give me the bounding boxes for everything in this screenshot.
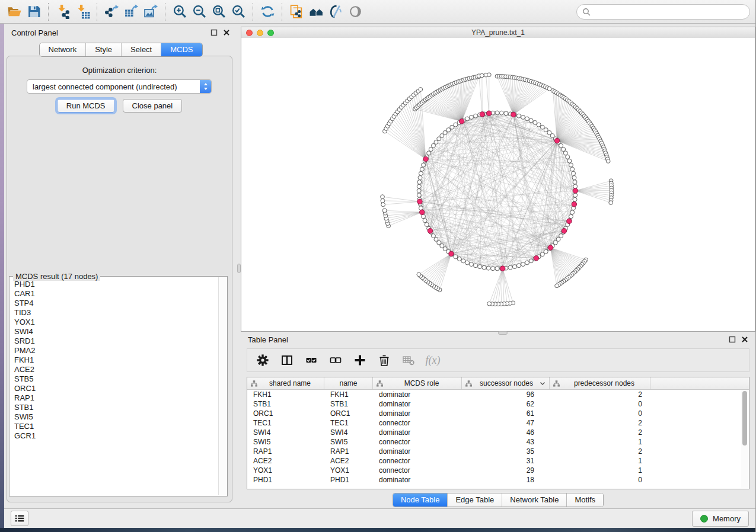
add-column-button[interactable] [352, 352, 368, 368]
table-tab-node-table[interactable]: Node Table [393, 493, 448, 507]
table-row[interactable]: YOX1YOX1connector291 [247, 466, 749, 475]
cell-successor-nodes[interactable]: 46 [462, 428, 550, 437]
open-file-button[interactable] [5, 2, 24, 22]
cell-MCDS-role[interactable]: connector [373, 466, 462, 475]
cell-shared-name[interactable]: STB1 [247, 400, 324, 408]
mcds-result-item[interactable]: TEC1 [10, 422, 218, 431]
run-mcds-button[interactable]: Run MCDS [57, 99, 115, 113]
mcds-result-item[interactable]: SRD1 [10, 336, 218, 346]
zoom-in-button[interactable] [170, 2, 190, 22]
cell-predecessor-nodes[interactable]: 2 [550, 390, 650, 399]
table-tab-edge-table[interactable]: Edge Table [447, 493, 502, 507]
cell-predecessor-nodes[interactable]: 1 [550, 438, 650, 446]
mcds-result-item[interactable]: FKH1 [10, 355, 218, 365]
float-panel-icon[interactable] [210, 29, 218, 36]
mcds-result-item[interactable]: ACE2 [10, 365, 218, 374]
table-row[interactable]: ORC1ORC1dominator610 [247, 409, 749, 418]
cell-MCDS-role[interactable]: dominator [373, 447, 462, 456]
mcds-result-item[interactable]: GCR1 [10, 431, 218, 441]
tab-select[interactable]: Select [121, 43, 161, 56]
select-all-button[interactable] [304, 352, 319, 368]
cell-shared-name[interactable]: SWI5 [247, 438, 324, 446]
splitter-handle[interactable] [498, 331, 508, 335]
cell-shared-name[interactable]: TEC1 [247, 419, 324, 427]
table-scrollbar[interactable] [741, 390, 748, 488]
show-details-button[interactable] [346, 2, 365, 22]
cell-predecessor-nodes[interactable]: 2 [550, 428, 650, 437]
cell-name[interactable]: PHD1 [324, 476, 373, 484]
cell-MCDS-role[interactable]: dominator [373, 428, 462, 437]
cell-predecessor-nodes[interactable]: 1 [550, 457, 650, 465]
tab-style[interactable]: Style [85, 43, 121, 56]
split-view-button[interactable] [279, 352, 295, 368]
column-header-successor-nodes[interactable]: successor nodes [462, 377, 550, 389]
import-table-button[interactable] [73, 2, 92, 22]
cell-successor-nodes[interactable]: 18 [462, 476, 550, 484]
mcds-result-item[interactable]: RAP1 [10, 393, 218, 403]
cell-predecessor-nodes[interactable]: 2 [550, 419, 650, 427]
cell-successor-nodes[interactable]: 35 [462, 447, 550, 456]
cell-successor-nodes[interactable]: 29 [462, 466, 550, 475]
cell-successor-nodes[interactable]: 61 [462, 409, 550, 418]
mcds-result-item[interactable]: STB5 [10, 374, 218, 384]
mcds-result-item[interactable]: PHD1 [10, 280, 218, 289]
cell-MCDS-role[interactable]: connector [373, 457, 462, 465]
mcds-result-item[interactable]: STP4 [10, 299, 218, 308]
tab-mcds[interactable]: MCDS [161, 43, 202, 56]
network-window-titlebar[interactable]: YPA_prune.txt_1 [241, 27, 755, 39]
save-session-button[interactable] [24, 2, 44, 22]
cell-successor-nodes[interactable]: 43 [462, 438, 550, 446]
column-header-name[interactable]: name [324, 377, 373, 389]
zoom-fit-button[interactable] [209, 2, 229, 22]
table-row[interactable]: SWI4SWI4dominator462 [247, 428, 749, 437]
mcds-list-scrollbar[interactable] [218, 277, 227, 495]
cell-successor-nodes[interactable]: 31 [462, 457, 550, 465]
cell-shared-name[interactable]: PHD1 [247, 476, 324, 484]
cell-shared-name[interactable]: ORC1 [247, 409, 324, 418]
cell-name[interactable]: TEC1 [324, 419, 373, 427]
cell-predecessor-nodes[interactable]: 0 [550, 476, 650, 484]
table-row[interactable]: RAP1RAP1dominator352 [247, 447, 749, 456]
cell-successor-nodes[interactable]: 96 [462, 390, 550, 399]
table-tab-network-table[interactable]: Network Table [502, 493, 566, 507]
table-row[interactable]: PHD1PHD1dominator180 [247, 475, 749, 485]
deselect-all-button[interactable] [328, 352, 343, 368]
column-header-shared-name[interactable]: shared name [247, 377, 324, 389]
home-button[interactable] [307, 2, 326, 22]
cell-MCDS-role[interactable]: dominator [373, 400, 462, 408]
zoom-selected-button[interactable] [229, 2, 248, 22]
cell-shared-name[interactable]: FKH1 [247, 390, 324, 399]
table-row[interactable]: SWI5SWI5connector431 [247, 437, 749, 447]
cell-MCDS-role[interactable]: connector [373, 419, 462, 427]
export-image-button[interactable] [141, 2, 161, 22]
cell-predecessor-nodes[interactable]: 2 [550, 447, 650, 456]
cell-MCDS-role[interactable]: dominator [373, 476, 462, 484]
optimization-criterion-select[interactable]: largest connected component (undirected) [27, 79, 212, 94]
float-panel-icon[interactable] [729, 336, 736, 343]
cell-name[interactable]: SWI5 [324, 438, 373, 446]
cell-predecessor-nodes[interactable]: 0 [550, 409, 650, 418]
mcds-result-item[interactable]: TID3 [10, 308, 218, 318]
column-header-MCDS-role[interactable]: MCDS role [373, 377, 462, 389]
mcds-result-item[interactable]: ORC1 [10, 384, 218, 393]
cell-name[interactable]: SWI4 [324, 428, 373, 437]
cell-name[interactable]: STB1 [324, 400, 373, 408]
cell-predecessor-nodes[interactable]: 0 [550, 400, 650, 408]
close-panel-icon[interactable] [223, 29, 230, 36]
delete-table-button[interactable] [401, 352, 416, 368]
cell-shared-name[interactable]: YOX1 [247, 466, 324, 475]
cell-name[interactable]: ORC1 [324, 409, 373, 418]
refresh-button[interactable] [258, 2, 277, 22]
export-table-button[interactable] [122, 2, 141, 22]
cell-MCDS-role[interactable]: dominator [373, 390, 462, 399]
network-canvas[interactable] [241, 38, 755, 331]
tab-network[interactable]: Network [39, 43, 85, 56]
table-row[interactable]: ACE2ACE2connector311 [247, 456, 749, 466]
function-builder-button[interactable]: f(x) [425, 352, 441, 368]
cell-MCDS-role[interactable]: dominator [373, 409, 462, 418]
cell-name[interactable]: ACE2 [324, 457, 373, 465]
cell-MCDS-role[interactable]: connector [373, 438, 462, 446]
task-history-button[interactable] [11, 511, 28, 526]
close-panel-button[interactable]: Close panel [123, 99, 183, 113]
mcds-result-item[interactable]: STB1 [10, 403, 218, 412]
